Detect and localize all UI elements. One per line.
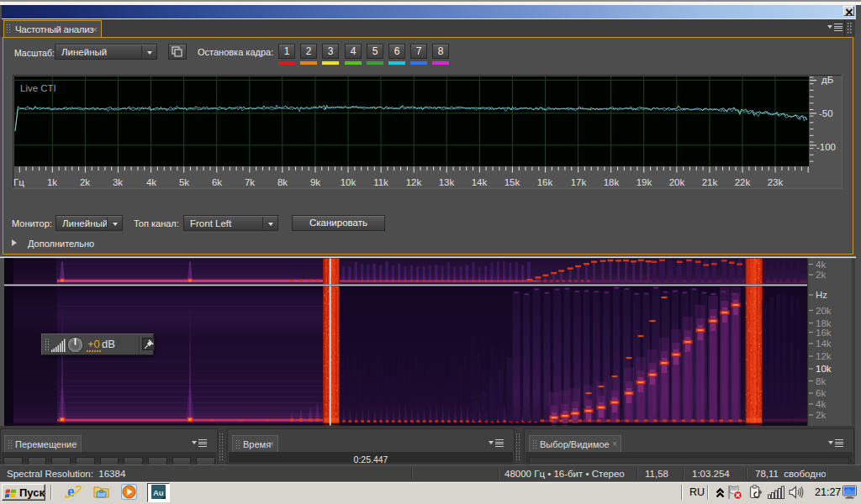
svg-text:Гц: Гц	[13, 177, 24, 187]
svg-text:Live CTI: Live CTI	[20, 83, 56, 93]
svg-text:12k: 12k	[816, 351, 832, 361]
svg-text:3k: 3k	[113, 177, 123, 187]
svg-text:2k: 2k	[80, 177, 90, 187]
svg-text:Au: Au	[153, 488, 164, 497]
svg-text:23k: 23k	[768, 177, 784, 187]
svg-text:19k: 19k	[637, 177, 652, 187]
svg-text:12k: 12k	[406, 177, 422, 187]
svg-text:Hz: Hz	[816, 290, 827, 300]
svg-text:6k: 6k	[816, 388, 826, 398]
svg-text:16k: 16k	[816, 328, 832, 338]
svg-text:6k: 6k	[212, 177, 222, 187]
svg-text:13k: 13k	[439, 177, 455, 187]
svg-text:8k: 8k	[277, 177, 288, 187]
svg-text:22k: 22k	[735, 177, 751, 187]
svg-text:2k: 2k	[816, 410, 826, 420]
svg-text:10k: 10k	[816, 364, 832, 374]
svg-text:10k: 10k	[341, 177, 357, 187]
svg-text:14k: 14k	[472, 177, 488, 187]
svg-text:-50: -50	[819, 108, 833, 118]
svg-text:2k: 2k	[816, 270, 826, 280]
svg-text:20k: 20k	[816, 306, 832, 316]
svg-text:7k: 7k	[245, 177, 255, 187]
svg-text:11k: 11k	[373, 177, 388, 187]
svg-text:4k: 4k	[146, 177, 156, 187]
svg-text:17k: 17k	[571, 177, 587, 187]
svg-text:16k: 16k	[537, 177, 553, 187]
svg-text:15k: 15k	[504, 177, 520, 187]
svg-text:14k: 14k	[816, 339, 832, 349]
svg-text:21k: 21k	[702, 177, 718, 187]
svg-text:20k: 20k	[669, 177, 685, 187]
svg-text:1k: 1k	[47, 177, 57, 187]
svg-text:18k: 18k	[604, 177, 620, 187]
svg-text:5k: 5k	[179, 177, 189, 187]
svg-text:-100: -100	[816, 142, 836, 152]
svg-text:8k: 8k	[816, 376, 826, 386]
svg-text:4k: 4k	[816, 260, 826, 270]
svg-text:9k: 9k	[310, 177, 320, 187]
svg-text:4k: 4k	[816, 399, 826, 409]
svg-text:дБ: дБ	[821, 75, 833, 85]
